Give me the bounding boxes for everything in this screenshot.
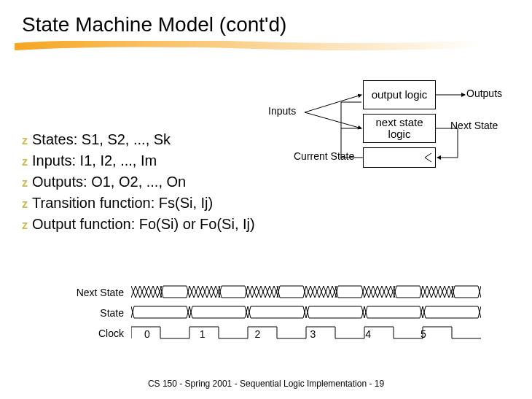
list-item: zStates: S1, S2, ..., Sk bbox=[22, 131, 255, 148]
bullet-icon: z bbox=[22, 177, 28, 189]
timing-label: State bbox=[44, 307, 131, 319]
tick: 3 bbox=[310, 328, 316, 343]
state-waveform bbox=[131, 305, 481, 321]
bullet-text: Output function: Fo(Si) or Fo(Si, Ij) bbox=[32, 216, 255, 232]
next-state-waveform bbox=[131, 284, 481, 301]
slide-footer: CS 150 - Spring 2001 - Sequential Logic … bbox=[0, 379, 532, 389]
bullet-icon: z bbox=[22, 134, 28, 147]
list-item: zTransition function: Fs(Si, Ij) bbox=[22, 195, 255, 212]
outputs-label: Outputs bbox=[466, 88, 502, 99]
bullet-list: zStates: S1, S2, ..., Sk zInputs: I1, I2… bbox=[22, 131, 255, 237]
list-item: zOutputs: O1, O2, ..., On bbox=[22, 174, 255, 190]
bullet-text: Outputs: O1, O2, ..., On bbox=[32, 174, 186, 190]
svg-line-1 bbox=[305, 112, 361, 128]
clock-ticks: 0 1 2 3 4 5 bbox=[144, 328, 426, 343]
timing-row-state: State bbox=[44, 305, 488, 321]
tick: 5 bbox=[420, 328, 426, 343]
timing-label: Clock bbox=[44, 328, 131, 339]
output-logic-label: output logic bbox=[364, 89, 435, 101]
tick: 1 bbox=[200, 328, 206, 343]
bullet-icon: z bbox=[22, 219, 28, 231]
tick: 2 bbox=[255, 328, 261, 343]
bullet-text: Transition function: Fs(Si, Ij) bbox=[32, 195, 213, 211]
slide-title: State Machine Model (cont'd) bbox=[22, 13, 286, 36]
output-logic-box: output logic bbox=[363, 80, 436, 109]
svg-line-0 bbox=[305, 95, 361, 112]
state-register-box bbox=[363, 147, 436, 168]
next-state-label: Next State bbox=[450, 120, 498, 131]
tick: 4 bbox=[365, 328, 371, 343]
next-state-logic-label: next state logic bbox=[364, 117, 435, 141]
timing-row-clock: Clock 0 1 2 3 4 5 bbox=[44, 325, 488, 341]
current-state-label: Current State bbox=[294, 150, 354, 162]
title-underline bbox=[15, 41, 510, 55]
next-state-logic-box: next state logic bbox=[363, 114, 436, 143]
clock-triangle-icon bbox=[423, 152, 432, 163]
timing-row-next-state: Next State bbox=[44, 284, 488, 301]
bullet-text: States: S1, S2, ..., Sk bbox=[32, 131, 171, 147]
bullet-icon: z bbox=[22, 198, 28, 210]
inputs-label: Inputs bbox=[268, 105, 296, 117]
timing-label: Next State bbox=[44, 287, 131, 298]
tick: 0 bbox=[144, 328, 150, 343]
bullet-text: Inputs: I1, I2, ..., Im bbox=[32, 152, 157, 168]
timing-diagram: Next State State Clock 0 1 2 3 4 5 bbox=[44, 284, 488, 346]
list-item: zOutput function: Fo(Si) or Fo(Si, Ij) bbox=[22, 216, 255, 233]
list-item: zInputs: I1, I2, ..., Im bbox=[22, 152, 255, 169]
bullet-icon: z bbox=[22, 155, 28, 168]
block-diagram: output logic next state logic Inputs Out… bbox=[275, 80, 516, 182]
